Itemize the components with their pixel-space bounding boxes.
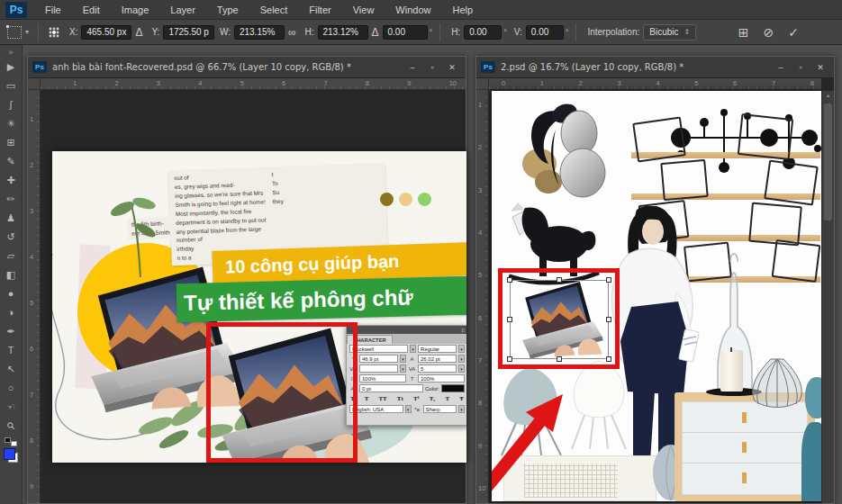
type-style-buttons[interactable]: TTTTTtT¹T₁TŦ [347, 393, 466, 404]
foreground-background-swatch[interactable] [4, 448, 18, 463]
font-size-field[interactable]: 46.9 pt [359, 355, 398, 363]
kerning-field[interactable] [359, 364, 398, 373]
right-canvas[interactable] [492, 91, 821, 501]
lasso-tool-icon[interactable]: ʃ [0, 95, 23, 114]
tool-preset-caret-icon[interactable]: ▾ [25, 28, 29, 36]
minimize-button[interactable]: – [771, 59, 791, 76]
rotation-field[interactable]: 0.00 [383, 25, 428, 40]
hskew-field[interactable]: 0.00 [464, 25, 502, 40]
rotation-degree-unit: ° [430, 28, 433, 37]
right-horizontal-ruler: 012345678 [489, 78, 821, 90]
warp-mode-icon[interactable]: ⊞ [738, 25, 749, 40]
tools-panel: » ▶ ▭ ʃ ✳ ⊞ ✎ ✚ ✏ ♟ ↺ ▱ ◧ ● ◑ ✒ T ↖ ○ ☜ … [0, 45, 23, 504]
interpolation-label: Interpolation: [587, 27, 639, 37]
menu-image[interactable]: Image [111, 0, 160, 20]
left-doc-titlebar[interactable]: Ps anh bìa bài font-Recovered.psd @ 66.7… [28, 57, 466, 78]
menu-edit[interactable]: Edit [72, 0, 111, 20]
baseline-shift-field[interactable]: 0 pt [359, 384, 423, 392]
font-style-caret[interactable]: ▾ [458, 345, 465, 353]
left-canvas[interactable]: out ofes, grey wigs and read-ing glasses… [52, 151, 466, 463]
healing-brush-tool-icon[interactable]: ✚ [0, 171, 23, 190]
blur-tool-icon[interactable]: ● [0, 284, 23, 303]
foreground-color-swatch[interactable] [4, 448, 15, 460]
cancel-transform-icon[interactable]: ⊘ [764, 25, 774, 40]
color-label: Color: [425, 386, 439, 392]
eraser-tool-icon[interactable]: ▱ [0, 247, 23, 266]
drawer-handle [742, 442, 747, 453]
menu-window[interactable]: Window [385, 0, 441, 20]
dropdown-caret-icon: ⇕ [684, 25, 691, 40]
magic-wand-tool-icon[interactable]: ✳ [0, 114, 23, 133]
link-dimensions-icon[interactable]: ∞ [288, 26, 296, 39]
document-window-right[interactable]: Ps 2.psd @ 16.7% (Layer 10 copy, RGB/8) … [475, 56, 835, 504]
reference-point-grid-icon[interactable] [48, 26, 60, 39]
height-label: H: [305, 27, 314, 37]
vertical-scale-field[interactable]: 100% [359, 374, 406, 382]
photoshop-logo: Ps [5, 2, 27, 18]
tan-dot [399, 193, 412, 206]
panel-menu-icon[interactable]: ≡ [461, 328, 465, 333]
height-scale-field[interactable]: 213.12% [318, 25, 368, 40]
gradient-tool-icon[interactable]: ◧ [0, 266, 23, 284]
crop-tool-icon[interactable]: ⊞ [0, 133, 23, 152]
right-doc-titlebar[interactable]: Ps 2.psd @ 16.7% (Layer 10 copy, RGB/8) … [476, 57, 834, 78]
wire-vase [747, 356, 807, 408]
character-panel[interactable]: ≡ CHARACTER Rockwell ▾ Regular ▾ T 46.9 … [346, 325, 466, 426]
y-label: Y: [151, 27, 159, 37]
history-brush-tool-icon[interactable]: ↺ [0, 228, 23, 247]
drawer-handle [742, 412, 747, 423]
font-family-field[interactable]: Rockwell [349, 345, 408, 353]
y-position-field[interactable]: 1725.50 p [163, 25, 214, 40]
rotate-icon: Δ [372, 26, 379, 39]
eyedropper-tool-icon[interactable]: ✎ [0, 152, 23, 171]
menu-view[interactable]: View [342, 0, 385, 20]
dodge-tool-icon[interactable]: ◑ [0, 303, 23, 322]
tracking-field[interactable]: 5 [418, 364, 457, 373]
path-selection-tool-icon[interactable]: ↖ [0, 360, 23, 379]
width-scale-field[interactable]: 213.15% [234, 25, 285, 40]
interpolation-dropdown[interactable]: Bicubic ⇕ [643, 24, 696, 40]
minimize-button[interactable]: – [403, 59, 422, 76]
menu-select[interactable]: Select [249, 0, 299, 20]
menu-filter[interactable]: Filter [298, 0, 341, 20]
scrollbar-thumb[interactable] [824, 104, 832, 220]
menu-file[interactable]: File [34, 0, 72, 20]
collapse-panel-icon[interactable]: » [0, 47, 23, 58]
font-style-field[interactable]: Regular [418, 345, 457, 353]
teal-cushion [805, 377, 821, 418]
tracking-icon: VA [408, 366, 416, 372]
document-window-left[interactable]: Ps anh bìa bài font-Recovered.psd @ 66.7… [27, 56, 466, 504]
default-colors-icon[interactable] [5, 437, 17, 446]
menu-help[interactable]: Help [441, 0, 484, 20]
horizontal-scale-field[interactable]: 100% [418, 374, 465, 382]
font-family-caret[interactable]: ▾ [410, 345, 416, 353]
anti-alias-field[interactable]: Sharp [423, 405, 457, 413]
menu-layer[interactable]: Layer [159, 0, 206, 20]
commit-transform-icon[interactable]: ✓ [788, 25, 799, 40]
close-button[interactable]: ✕ [810, 59, 830, 76]
drawer-handle [742, 472, 747, 483]
vertical-scrollbar[interactable]: ▲ [821, 91, 834, 503]
close-button[interactable]: ✕ [442, 59, 462, 76]
brush-tool-icon[interactable]: ✏ [0, 190, 23, 209]
text-color-swatch[interactable] [441, 384, 465, 392]
red-highlight-rectangle-left [206, 322, 358, 463]
clone-stamp-tool-icon[interactable]: ♟ [0, 209, 23, 228]
relative-position-icon[interactable]: Δ [135, 26, 142, 39]
shape-tool-icon[interactable]: ○ [0, 379, 23, 398]
right-vertical-ruler: 12345678910 [476, 90, 489, 503]
move-tool-icon[interactable]: ▶ [0, 58, 23, 76]
vskew-field[interactable]: 0.00 [526, 25, 564, 40]
pen-tool-icon[interactable]: ✒ [0, 322, 23, 341]
type-tool-icon[interactable]: T [0, 341, 23, 360]
transform-tool-icon[interactable] [7, 26, 22, 39]
scroll-up-icon[interactable]: ▲ [822, 93, 834, 98]
maximize-button[interactable]: ▫ [422, 59, 442, 76]
menu-type[interactable]: Type [206, 0, 249, 20]
red-highlight-rectangle-right [498, 268, 620, 369]
vskew-label: V: [514, 27, 522, 37]
x-position-field[interactable]: 465.50 px [81, 25, 131, 40]
marquee-tool-icon[interactable]: ▭ [0, 76, 23, 95]
maximize-button[interactable]: ▫ [791, 59, 810, 76]
leading-field[interactable]: 26.02 pt [418, 355, 457, 363]
